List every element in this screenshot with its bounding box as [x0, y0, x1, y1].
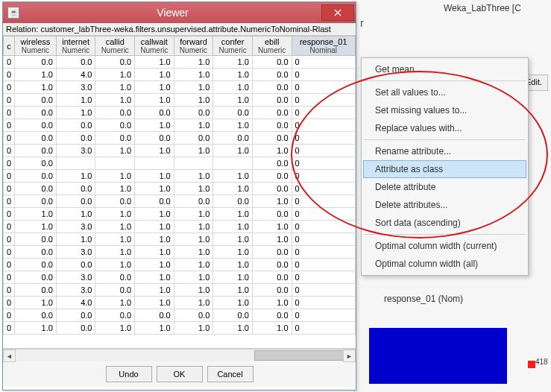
table-cell[interactable]: 0.0	[213, 309, 253, 322]
table-cell[interactable]: 0	[4, 259, 15, 271]
table-cell[interactable]: 0.0	[135, 195, 174, 208]
table-cell[interactable]: 0.0	[95, 107, 135, 119]
table-cell[interactable]: 0.0	[135, 132, 174, 145]
table-cell[interactable]: 1.0	[213, 119, 253, 132]
table-cell[interactable]: 0.0	[15, 259, 57, 271]
table-row[interactable]: 01.03.01.01.01.01.00.00	[4, 81, 356, 94]
table-cell[interactable]: 1.0	[213, 284, 253, 297]
table-cell[interactable]: 0	[292, 233, 356, 246]
table-cell[interactable]	[135, 157, 174, 170]
column-header-ebill[interactable]: ebillNumeric	[252, 37, 292, 56]
table-cell[interactable]: 0.0	[252, 81, 292, 94]
table-cell[interactable]: 1.0	[213, 322, 253, 335]
table-cell[interactable]: 1.0	[213, 259, 253, 271]
table-cell[interactable]: 0.0	[15, 56, 57, 69]
table-cell[interactable]: 1.0	[135, 259, 174, 271]
table-cell[interactable]: 1.0	[174, 271, 213, 284]
table-cell[interactable]: 1.0	[213, 246, 253, 259]
table-row[interactable]: 00.03.01.01.01.01.00.00	[4, 246, 356, 259]
scroll-right-button[interactable]: ►	[343, 350, 356, 362]
table-cell[interactable]: 0.0	[252, 107, 292, 119]
table-cell[interactable]: 1.0	[135, 119, 174, 132]
table-cell[interactable]: 1.0	[174, 56, 213, 69]
table-cell[interactable]	[174, 157, 213, 170]
table-cell[interactable]: 0.0	[15, 246, 57, 259]
table-cell[interactable]: 0.0	[95, 284, 135, 297]
table-cell[interactable]: 0	[292, 94, 356, 107]
column-header-internet[interactable]: internetNumeric	[56, 37, 95, 56]
table-cell[interactable]: 1.0	[135, 221, 174, 233]
table-cell[interactable]: 1.0	[174, 69, 213, 81]
table-row[interactable]: 00.01.01.01.01.01.01.00	[4, 233, 356, 246]
table-cell[interactable]: 0.0	[95, 309, 135, 322]
table-cell[interactable]: 0	[292, 56, 356, 69]
table-row[interactable]: 00.00.01.01.01.01.00.00	[4, 183, 356, 195]
table-cell[interactable]: 0	[4, 69, 15, 81]
table-cell[interactable]: 0.0	[15, 170, 57, 183]
table-cell[interactable]: 1.0	[135, 170, 174, 183]
table-cell[interactable]: 0.0	[174, 132, 213, 145]
table-cell[interactable]: 1.0	[95, 221, 135, 233]
table-cell[interactable]: 0.0	[174, 309, 213, 322]
menu-item-replace-values-with[interactable]: Replace values with...	[363, 119, 526, 137]
table-cell[interactable]: 1.0	[174, 233, 213, 246]
table-cell[interactable]: 0.0	[56, 309, 95, 322]
table-cell[interactable]: 1.0	[174, 81, 213, 94]
ok-button[interactable]: OK	[157, 366, 203, 382]
table-cell[interactable]: 1.0	[252, 195, 292, 208]
menu-item-delete-attributes[interactable]: Delete attributes...	[363, 196, 526, 214]
table-cell[interactable]: 1.0	[252, 221, 292, 233]
table-row[interactable]: 00.00.00.00.00.00.01.00	[4, 195, 356, 208]
table-cell[interactable]: 0	[4, 145, 15, 157]
table-row[interactable]: 00.00.00	[4, 157, 356, 170]
table-cell[interactable]: 0.0	[56, 322, 95, 335]
table-cell[interactable]: 1.0	[95, 297, 135, 309]
table-cell[interactable]: 0.0	[56, 183, 95, 195]
table-cell[interactable]: 0.0	[15, 107, 57, 119]
table-cell[interactable]: 0	[4, 119, 15, 132]
table-cell[interactable]: 1.0	[15, 81, 57, 94]
table-cell[interactable]: 0.0	[252, 208, 292, 221]
table-cell[interactable]: 0	[4, 309, 15, 322]
table-cell[interactable]: 0.0	[56, 119, 95, 132]
table-cell[interactable]: 1.0	[213, 183, 253, 195]
table-cell[interactable]: 1.0	[174, 322, 213, 335]
table-cell[interactable]: 1.0	[135, 271, 174, 284]
table-row[interactable]: 00.03.00.01.01.01.00.00	[4, 271, 356, 284]
horizontal-scrollbar[interactable]: ◄ ►	[3, 349, 356, 361]
table-cell[interactable]: 0	[292, 246, 356, 259]
table-cell[interactable]: 0	[4, 271, 15, 284]
table-cell[interactable]: 3.0	[56, 145, 95, 157]
table-cell[interactable]: 0	[292, 157, 356, 170]
table-row[interactable]: 01.03.01.01.01.01.01.00	[4, 221, 356, 233]
table-cell[interactable]: 3.0	[56, 284, 95, 297]
table-cell[interactable]: 1.0	[15, 322, 57, 335]
table-cell[interactable]: 0.0	[56, 132, 95, 145]
table-cell[interactable]: 1.0	[135, 322, 174, 335]
menu-item-get-mean[interactable]: Get mean...	[363, 60, 526, 78]
table-cell[interactable]: 0	[4, 170, 15, 183]
table-cell[interactable]: 0.0	[95, 56, 135, 69]
table-cell[interactable]: 1.0	[174, 297, 213, 309]
table-row[interactable]: 00.03.00.01.01.01.00.00	[4, 284, 356, 297]
table-cell[interactable]: 0	[4, 284, 15, 297]
table-cell[interactable]: 1.0	[174, 284, 213, 297]
table-cell[interactable]: 0.0	[135, 107, 174, 119]
table-cell[interactable]: 0	[292, 107, 356, 119]
table-cell[interactable]: 1.0	[174, 208, 213, 221]
table-cell[interactable]: 1.0	[213, 170, 253, 183]
table-cell[interactable]: 0	[292, 119, 356, 132]
table-cell[interactable]: 0	[4, 56, 15, 69]
table-cell[interactable]: 0.0	[95, 119, 135, 132]
table-cell[interactable]: 0	[4, 132, 15, 145]
table-cell[interactable]: 0.0	[252, 246, 292, 259]
table-cell[interactable]: 0	[292, 221, 356, 233]
table-cell[interactable]: 0	[4, 195, 15, 208]
table-cell[interactable]: 1.0	[135, 56, 174, 69]
table-cell[interactable]: 1.0	[213, 81, 253, 94]
table-row[interactable]: 00.00.00.01.01.01.00.00	[4, 119, 356, 132]
table-cell[interactable]: 1.0	[95, 233, 135, 246]
titlebar[interactable]: ☕ Viewer	[3, 2, 356, 23]
table-cell[interactable]: 0	[4, 322, 15, 335]
close-button[interactable]	[321, 4, 354, 21]
